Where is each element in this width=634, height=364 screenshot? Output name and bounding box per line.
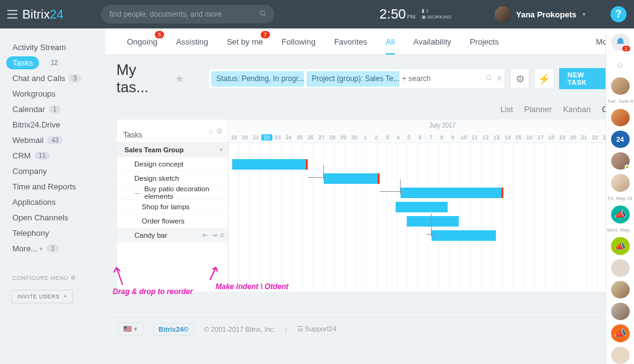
- language-selector[interactable]: 🇺🇸 ▾: [118, 323, 143, 336]
- sidebar-item[interactable]: More...▾1: [12, 241, 105, 256]
- working-status[interactable]: ▮1 ◉ WORKING: [422, 8, 451, 21]
- collapse-icon[interactable]: —: [134, 189, 141, 196]
- gear-icon: ⚙: [516, 73, 524, 85]
- contact-avatar[interactable]: [611, 259, 630, 277]
- contact-avatar[interactable]: [611, 77, 630, 95]
- view-option[interactable]: Kanban: [563, 105, 591, 114]
- megaphone-icon[interactable]: 📣: [611, 206, 630, 223]
- view-option[interactable]: List: [500, 105, 513, 114]
- bitrix24-icon[interactable]: 24: [611, 131, 630, 148]
- bitrix-link[interactable]: Bitrix24©: [153, 323, 194, 336]
- gantt-row[interactable]: Shop for lamps: [117, 200, 228, 214]
- close-icon[interactable]: ×: [497, 73, 502, 84]
- outdent-icon[interactable]: ⇥: [211, 231, 217, 240]
- gantt-bar[interactable]: [396, 202, 448, 212]
- configure-menu[interactable]: CONFIGURE MENU⚙: [12, 275, 76, 281]
- gantt-row[interactable]: Order flowers: [117, 214, 228, 228]
- badge: 1: [49, 105, 61, 113]
- invite-users-button[interactable]: INVITE USERS +: [11, 290, 73, 303]
- logo[interactable]: Bitrix24: [22, 7, 64, 22]
- contact-avatar[interactable]: [611, 174, 630, 191]
- favorite-star-icon[interactable]: ★: [175, 72, 185, 85]
- tab[interactable]: Following: [272, 28, 325, 54]
- gantt-bar[interactable]: [432, 230, 496, 241]
- badge: 43: [47, 136, 63, 144]
- gear-icon[interactable]: ⚙: [216, 127, 223, 136]
- user-menu[interactable]: Yana Prokopets ▾: [495, 6, 586, 22]
- badge: 7: [261, 31, 270, 38]
- contact-avatar[interactable]: [611, 281, 630, 298]
- gantt-bar[interactable]: [232, 159, 308, 170]
- gantt-bar[interactable]: [401, 188, 503, 198]
- settings-button[interactable]: ⚙: [510, 68, 529, 89]
- tab[interactable]: Assisting: [167, 28, 217, 54]
- sidebar-item[interactable]: CRM11: [12, 148, 105, 163]
- gantt-timeline[interactable]: [228, 143, 622, 292]
- clock: 2:50 PM: [380, 6, 415, 22]
- search-placeholder: find people, documents, and more: [110, 10, 222, 19]
- search-icon[interactable]: [485, 73, 493, 84]
- gantt-bar[interactable]: [324, 173, 380, 184]
- tab[interactable]: All: [376, 28, 404, 54]
- avatar: [495, 6, 511, 22]
- sidebar-item[interactable]: Open Channels: [12, 210, 105, 225]
- filter-chip-project[interactable]: Project (group): Sales Te...×: [306, 71, 399, 87]
- annotation-arrow: [207, 265, 222, 284]
- badge: 11: [35, 152, 50, 160]
- sidebar-item[interactable]: Bitrix24.Drive: [12, 117, 105, 132]
- sidebar-item[interactable]: Chat and Calls3: [12, 71, 105, 86]
- sidebar-item[interactable]: Tasks12: [12, 55, 105, 71]
- chevron-down-icon[interactable]: ▾: [220, 147, 223, 153]
- gantt-row[interactable]: Design concept: [117, 157, 228, 171]
- help-button[interactable]: ?: [610, 6, 627, 22]
- search-icon[interactable]: [259, 10, 267, 19]
- search-icon[interactable]: ⌕: [209, 127, 213, 136]
- global-search[interactable]: find people, documents, and more: [101, 5, 274, 24]
- filter-search-input[interactable]: [402, 74, 485, 83]
- badge: 1: [46, 245, 59, 253]
- contact-avatar[interactable]: [611, 347, 630, 364]
- contact-avatar[interactable]: [611, 109, 630, 126]
- automation-button[interactable]: ⚡: [534, 68, 554, 89]
- tab[interactable]: Set by me7: [217, 28, 272, 54]
- filter-bar[interactable]: Status: Pending, In progr...× Project (g…: [208, 68, 505, 89]
- sidebar-item[interactable]: Company: [12, 163, 105, 179]
- notifications-icon[interactable]: 1: [611, 33, 630, 51]
- contact-avatar[interactable]: [611, 152, 630, 170]
- megaphone-icon[interactable]: 📣: [611, 324, 630, 342]
- rail-search-icon[interactable]: ⌕: [611, 55, 630, 72]
- gantt-chart: Tasks ⌕ ⚙ July 2017 19202122232425262728…: [116, 119, 623, 292]
- gantt-row[interactable]: —Buy patio decoration elements: [117, 186, 228, 200]
- badge: 5: [155, 31, 164, 38]
- sidebar-item[interactable]: Workgroups: [12, 86, 105, 102]
- contact-avatar[interactable]: [611, 303, 630, 320]
- sidebar-item[interactable]: Calendar1: [12, 102, 105, 117]
- gantt-bar[interactable]: [407, 216, 459, 227]
- tab[interactable]: Availability: [404, 28, 461, 54]
- megaphone-icon[interactable]: 📣: [611, 237, 630, 254]
- gantt-row[interactable]: Candy bar⇤⇥≡: [117, 228, 228, 243]
- rail-date: Fri, May 26: [607, 196, 632, 202]
- sidebar-item[interactable]: Telephony: [12, 225, 105, 241]
- toolbar: My tas... ★ Status: Pending, In progr...…: [105, 55, 634, 102]
- indent-icon[interactable]: ⇤: [202, 231, 209, 240]
- sidebar-item[interactable]: Time and Reports: [12, 179, 105, 194]
- rail-date: Wed, May...: [607, 228, 633, 233]
- sidebar-item[interactable]: Webmail43: [12, 132, 105, 148]
- page-title: My tas...: [116, 61, 167, 96]
- tab[interactable]: Ongoing5: [118, 28, 167, 54]
- tab[interactable]: Favorites: [325, 28, 376, 54]
- annotation-drag: Drag & drop to reorder: [113, 287, 193, 296]
- list-icon[interactable]: ≡: [220, 231, 224, 240]
- tab[interactable]: Projects: [461, 28, 508, 54]
- sidebar-item[interactable]: Activity Stream: [12, 40, 105, 55]
- view-switcher: ListPlannerKanbanGantt: [105, 102, 634, 119]
- gantt-row[interactable]: Design sketch: [117, 171, 228, 186]
- view-option[interactable]: Planner: [524, 105, 552, 114]
- support-link[interactable]: ☰ Support24: [297, 325, 337, 333]
- gantt-row[interactable]: Sales Team Group▾: [117, 143, 228, 157]
- bolt-icon: ⚡: [538, 73, 550, 85]
- hamburger-icon[interactable]: [7, 10, 17, 19]
- sidebar-item[interactable]: Applications: [12, 194, 105, 210]
- filter-chip-status[interactable]: Status: Pending, In progr...×: [211, 71, 304, 87]
